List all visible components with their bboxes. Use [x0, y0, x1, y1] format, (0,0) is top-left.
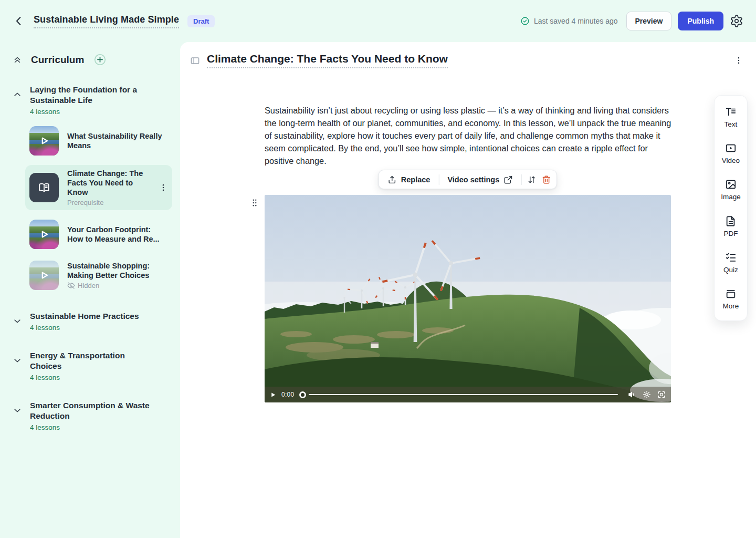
image-icon	[725, 179, 737, 190]
up-down-arrows-icon	[527, 175, 537, 184]
scrubber-handle[interactable]	[299, 391, 306, 398]
progress-bar[interactable]	[309, 394, 618, 395]
insert-image-button[interactable]: Image	[721, 179, 741, 201]
section-lesson-count: 4 lessons	[30, 324, 139, 332]
section-title: Laying the Foundation for a Sustainable …	[30, 85, 156, 106]
lesson-title: What Sustainability Really Means	[67, 131, 168, 150]
section-lesson-count: 4 lessons	[30, 108, 156, 116]
section-lesson-count: 4 lessons	[30, 374, 156, 381]
video-settings-gear-icon[interactable]	[643, 390, 651, 399]
section-header[interactable]: Laying the Foundation for a Sustainable …	[30, 85, 156, 116]
chevron-down-icon[interactable]	[13, 316, 22, 326]
video-settings-button[interactable]: Video settings	[444, 175, 516, 184]
curriculum-section: Laying the Foundation for a Sustainable …	[13, 85, 172, 292]
section-title: Energy & Transportation Choices	[30, 350, 156, 371]
section-header[interactable]: Energy & Transportation Choices 4 lesson…	[30, 350, 156, 381]
last-saved-status: Last saved 4 minutes ago	[520, 16, 618, 26]
section-title: Sustainable Home Practices	[30, 311, 139, 322]
last-saved-text: Last saved 4 minutes ago	[534, 17, 618, 25]
settings-gear-button[interactable]	[730, 14, 743, 28]
insert-quiz-button[interactable]: Quiz	[723, 252, 738, 274]
curriculum-title: Curriculum	[31, 54, 84, 66]
fullscreen-icon[interactable]	[657, 390, 666, 399]
lesson-meta: Hidden	[67, 282, 168, 289]
play-icon	[29, 261, 59, 290]
trash-icon	[542, 175, 551, 184]
insert-more-button[interactable]: More	[723, 288, 739, 310]
pdf-document-icon	[725, 215, 737, 227]
lesson-video-thumbnail	[29, 126, 59, 156]
video-player[interactable]: 0:00	[265, 195, 671, 402]
replace-video-button[interactable]: Replace	[384, 175, 434, 184]
more-drawer-icon	[725, 288, 737, 299]
chevron-down-icon[interactable]	[13, 406, 22, 415]
preview-button[interactable]: Preview	[626, 12, 672, 30]
publish-button[interactable]: Publish	[678, 12, 723, 30]
curriculum-section: Energy & Transportation Choices 4 lesson…	[13, 350, 172, 381]
lesson-paragraph[interactable]: Sustainability isn’t just about recyclin…	[265, 104, 675, 167]
video-controls: 0:00	[265, 387, 671, 402]
lesson-meta: Prerequisite	[67, 199, 150, 206]
lesson-item[interactable]: What Sustainability Really Means	[25, 124, 172, 158]
lesson-item[interactable]: Your Carbon Footprint: How to Measure an…	[25, 218, 172, 251]
volume-icon[interactable]	[628, 390, 636, 399]
toolbar-divider	[438, 174, 439, 185]
section-lesson-count: 4 lessons	[30, 423, 156, 431]
external-link-icon	[503, 175, 513, 184]
insert-block-toolbar: Text Video Image PDF Quiz More	[714, 95, 748, 321]
content-panel: Climate Change: The Facts You Need to Kn…	[180, 42, 756, 538]
curriculum-sidebar: Curriculum Laying the Foundation for a S…	[0, 42, 180, 538]
section-title: Smarter Consumption & Waste Reduction	[30, 400, 156, 421]
play-icon	[29, 220, 59, 249]
insert-video-button[interactable]: Video	[722, 142, 740, 164]
add-section-button[interactable]	[94, 54, 106, 66]
reorder-block-button[interactable]	[527, 175, 537, 184]
status-badge: Draft	[187, 15, 215, 27]
lesson-options-kebab[interactable]	[734, 56, 743, 65]
toggle-sidebar-icon[interactable]	[190, 56, 200, 66]
lesson-title: Your Carbon Footprint: How to Measure an…	[67, 225, 168, 244]
course-title[interactable]: Sustainable Living Made Simple	[34, 14, 179, 28]
lesson-video-thumbnail	[29, 220, 59, 249]
collapse-all-icon[interactable]	[13, 55, 22, 65]
back-button[interactable]	[13, 15, 25, 27]
eye-off-icon	[67, 282, 75, 289]
chevron-up-icon[interactable]	[13, 90, 22, 99]
video-time: 0:00	[281, 391, 295, 398]
insert-pdf-button[interactable]: PDF	[724, 215, 738, 237]
upload-icon	[387, 175, 397, 184]
quiz-checklist-icon	[725, 252, 737, 263]
lesson-title: Climate Change: The Facts You Need to Kn…	[67, 169, 150, 197]
delete-block-button[interactable]	[542, 175, 551, 184]
section-header[interactable]: Sustainable Home Practices 4 lessons	[30, 311, 139, 332]
lesson-kebab-menu[interactable]	[159, 183, 168, 192]
video-still-wind-turbines	[265, 195, 671, 402]
section-header[interactable]: Smarter Consumption & Waste Reduction 4 …	[30, 400, 156, 431]
video-block-toolbar: Replace Video settings	[379, 170, 557, 189]
topbar: Sustainable Living Made Simple Draft Las…	[0, 0, 756, 42]
play-button[interactable]	[270, 391, 277, 398]
text-icon	[725, 106, 737, 118]
open-book-icon	[37, 181, 51, 194]
insert-text-button[interactable]: Text	[724, 106, 738, 128]
play-icon	[29, 126, 59, 156]
lesson-video-thumbnail	[29, 261, 59, 290]
check-circle-icon	[520, 16, 530, 26]
video-icon	[725, 142, 737, 154]
drag-handle[interactable]	[250, 197, 259, 209]
toolbar-divider	[521, 174, 522, 185]
curriculum-section: Smarter Consumption & Waste Reduction 4 …	[13, 400, 172, 431]
lesson-item-selected[interactable]: Climate Change: The Facts You Need to Kn…	[25, 165, 172, 210]
lesson-item-hidden[interactable]: Sustainable Shopping: Making Better Choi…	[25, 258, 172, 292]
curriculum-section: Sustainable Home Practices 4 lessons	[13, 311, 172, 332]
chevron-down-icon[interactable]	[13, 356, 22, 365]
lesson-page-title[interactable]: Climate Change: The Facts You Need to Kn…	[207, 53, 448, 68]
lesson-title: Sustainable Shopping: Making Better Choi…	[67, 261, 168, 280]
lesson-reading-thumbnail	[29, 173, 59, 202]
